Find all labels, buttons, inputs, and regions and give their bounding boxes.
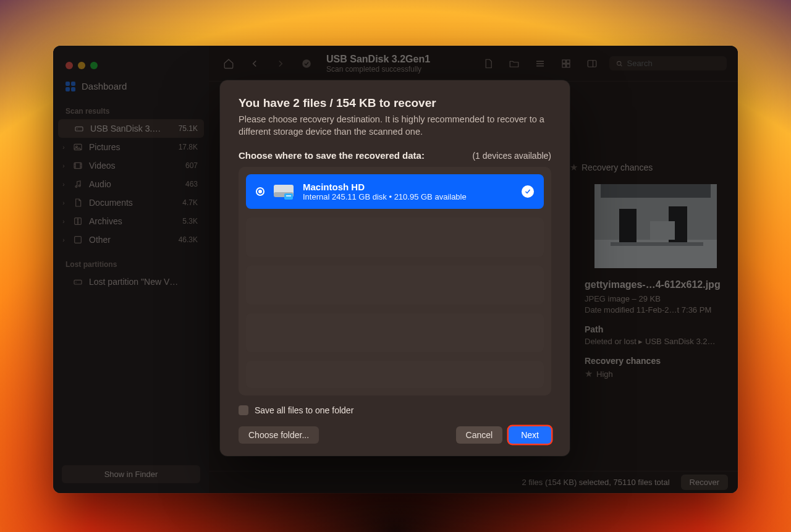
svg-rect-0 — [75, 127, 83, 131]
svg-point-11 — [302, 59, 311, 68]
dialog-description: Please choose recovery destination. It i… — [239, 114, 551, 138]
save-all-to-one-folder-checkbox[interactable]: Save all files to one folder — [239, 405, 551, 415]
videos-icon — [73, 161, 83, 171]
show-in-finder-button[interactable]: Show in Finder — [62, 465, 200, 483]
search-box[interactable] — [609, 56, 727, 70]
sidebar-item-label: Other — [89, 235, 111, 245]
sidebar-item-pictures[interactable]: › Pictures 17.8K — [53, 138, 209, 156]
window-traffic-lights[interactable] — [53, 52, 209, 77]
checkbox-icon — [239, 405, 248, 415]
search-input[interactable] — [627, 59, 721, 68]
sidebar-item-label: Audio — [89, 179, 111, 189]
svg-rect-28 — [286, 195, 291, 196]
recovery-destination-dialog: You have 2 files / 154 KB to recover Ple… — [220, 80, 570, 456]
sidebar-item-count: 46.3K — [179, 235, 198, 244]
sidebar-item-label: Videos — [89, 161, 116, 171]
sidebar-item-count: 5.3K — [182, 217, 198, 226]
sidebar-item-count: 463 — [185, 180, 198, 188]
check-icon — [522, 185, 534, 198]
source-title: USB SanDisk 3.2Gen1 — [326, 54, 430, 65]
archives-icon — [73, 216, 83, 226]
destination-item-placeholder — [246, 217, 544, 256]
audio-icon — [73, 179, 83, 189]
blank — [62, 125, 68, 132]
path-header: Path — [585, 324, 727, 334]
destination-item-placeholder — [246, 361, 544, 388]
radio-selected-icon — [256, 187, 264, 196]
toolbar-title: USB SanDisk 3.2Gen1 Scan completed succe… — [326, 54, 430, 74]
other-icon — [73, 235, 83, 245]
sidebar-item-label: Documents — [89, 198, 133, 208]
dashboard-label: Dashboard — [82, 81, 127, 91]
home-icon[interactable] — [220, 55, 237, 72]
svg-rect-16 — [588, 60, 596, 67]
status-bar: 2 files (154 KB) selected, 75110 files t… — [209, 471, 738, 493]
star-icon: ★ — [570, 162, 578, 173]
chevron-right-icon: › — [61, 163, 67, 169]
sidebar-section-scan-results: Scan results — [53, 96, 209, 119]
new-file-icon[interactable] — [480, 55, 497, 72]
star-icon: ★ — [585, 368, 593, 379]
svg-rect-20 — [611, 242, 703, 246]
next-button[interactable]: Next — [509, 426, 551, 444]
panel-view-icon[interactable] — [583, 55, 601, 72]
choose-folder-button[interactable]: Choose folder... — [239, 426, 319, 444]
svg-rect-8 — [75, 237, 82, 243]
recover-button[interactable]: Recover — [681, 475, 728, 490]
minimize-window-icon[interactable] — [78, 62, 85, 69]
sidebar-item-documents[interactable]: › Documents 4.7K — [53, 193, 209, 212]
recovery-chances-header: Recovery chances — [585, 356, 727, 366]
sidebar-item-label: Pictures — [89, 142, 121, 152]
svg-rect-21 — [619, 209, 637, 242]
details-panel: ★ Recovery chances gettyimages-…4-612x61… — [573, 82, 738, 471]
dashboard-icon — [66, 82, 75, 91]
toolbar: USB SanDisk 3.2Gen1 Scan completed succe… — [209, 46, 738, 82]
destination-item-placeholder — [246, 266, 544, 305]
recovery-chances-link[interactable]: ★ Recovery chances — [570, 162, 653, 173]
chevron-right-icon: › — [61, 237, 67, 243]
chevron-right-icon: › — [61, 181, 67, 188]
sidebar-item-other[interactable]: › Other 46.3K — [53, 230, 209, 249]
sidebar-item-label: Lost partition "New V… — [89, 277, 178, 287]
file-name: gettyimages-…4-612x612.jpg — [585, 279, 727, 290]
sidebar-item-audio[interactable]: › Audio 463 — [53, 175, 209, 193]
svg-point-17 — [617, 61, 621, 65]
svg-rect-12 — [562, 60, 565, 63]
grid-view-icon[interactable] — [557, 55, 575, 72]
sidebar-item-lost-partition[interactable]: Lost partition "New V… — [53, 272, 209, 291]
sidebar: Dashboard Scan results USB SanDisk 3.… 7… — [53, 46, 209, 493]
destination-item-macintosh-hd[interactable]: Macintosh HD Internal 245.11 GB disk • 2… — [246, 174, 544, 209]
back-icon[interactable] — [246, 55, 263, 72]
scan-status-icon — [298, 55, 315, 72]
sidebar-item-count: 17.8K — [179, 143, 198, 151]
folder-icon[interactable] — [505, 55, 523, 72]
destination-item-placeholder — [246, 313, 544, 352]
sidebar-item-dashboard[interactable]: Dashboard — [53, 77, 209, 96]
cancel-button[interactable]: Cancel — [456, 426, 503, 444]
forward-icon[interactable] — [272, 55, 289, 72]
svg-rect-23 — [650, 221, 675, 240]
internal-drive-icon — [273, 182, 294, 201]
sidebar-item-videos[interactable]: › Videos 607 — [53, 156, 209, 175]
chevron-right-icon: › — [61, 200, 67, 206]
svg-point-5 — [75, 186, 77, 188]
sidebar-item-count: 75.1K — [179, 124, 198, 133]
sidebar-item-count: 4.7K — [182, 198, 198, 207]
fullscreen-window-icon[interactable] — [90, 62, 98, 69]
list-view-icon[interactable] — [531, 55, 549, 72]
sidebar-item-label: Archives — [89, 216, 122, 226]
sidebar-item-archives[interactable]: › Archives 5.3K — [53, 212, 209, 230]
documents-icon — [73, 198, 83, 208]
selection-status: 2 files (154 KB) selected, 75110 files t… — [522, 478, 669, 487]
recovery-chances-value-text: High — [596, 369, 613, 379]
choose-destination-label: Choose where to save the recovered data: — [239, 150, 425, 161]
file-date-modified: Date modified 11-Feb-2…t 7:36 PM — [585, 305, 727, 315]
close-window-icon[interactable] — [66, 62, 73, 69]
sidebar-item-usb-source[interactable]: USB SanDisk 3.… 75.1K — [58, 119, 204, 138]
svg-rect-9 — [74, 280, 82, 284]
devices-available-label: (1 devices available) — [472, 151, 551, 161]
blank — [61, 279, 67, 285]
destination-info: Internal 245.11 GB disk • 210.95 GB avai… — [303, 192, 513, 201]
chevron-right-icon: › — [61, 144, 67, 151]
sidebar-section-lost-partitions: Lost partitions — [53, 249, 209, 272]
